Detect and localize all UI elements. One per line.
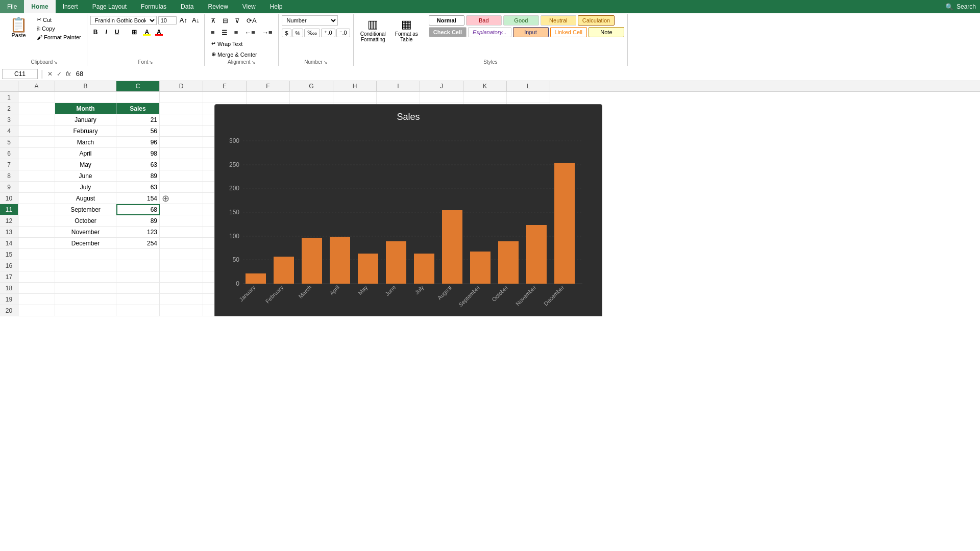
percent-style-button[interactable]: $ xyxy=(282,29,291,37)
tab-file[interactable]: File xyxy=(0,0,24,13)
format-as-table-button[interactable]: ▦ Format as Table xyxy=(391,15,422,45)
cell-d1[interactable] xyxy=(160,92,203,103)
tab-home[interactable]: Home xyxy=(24,0,55,13)
underline-button[interactable]: U xyxy=(112,28,122,37)
cell-b8[interactable]: June xyxy=(55,170,116,182)
cell-a6[interactable] xyxy=(18,148,55,159)
row-header-5[interactable]: 5 xyxy=(0,137,18,148)
cell-d10[interactable]: ⊕ xyxy=(160,193,203,204)
cell-a13[interactable] xyxy=(18,227,55,238)
cell-d11[interactable] xyxy=(160,204,203,215)
decrease-decimal-button[interactable]: ⁻.0 xyxy=(336,29,350,37)
align-bottom-button[interactable]: ⊽ xyxy=(232,15,243,26)
col-header-d[interactable]: D xyxy=(160,81,203,91)
copy-button[interactable]: ⎘ Copy xyxy=(34,24,84,33)
cell-a9[interactable] xyxy=(18,182,55,193)
cell-b1[interactable] xyxy=(55,92,116,103)
cell-b2[interactable]: Month xyxy=(55,103,116,114)
cell-c10[interactable]: 154 xyxy=(116,193,160,204)
search-box[interactable]: Search xyxy=(957,3,976,10)
paste-button[interactable]: 📋 Paste xyxy=(5,15,32,41)
cell-a5[interactable] xyxy=(18,137,55,148)
row-header-10[interactable]: 10 xyxy=(0,193,18,204)
align-left-button[interactable]: ≡ xyxy=(208,27,218,38)
cell-a8[interactable] xyxy=(18,170,55,182)
cell-c8[interactable]: 89 xyxy=(116,170,160,182)
cell-c5[interactable]: 96 xyxy=(116,137,160,148)
align-right-button[interactable]: ≡ xyxy=(231,27,241,38)
cell-a2[interactable] xyxy=(18,103,55,114)
cancel-icon[interactable]: ✕ xyxy=(46,69,54,79)
comma-style-button[interactable]: % xyxy=(292,29,304,37)
col-header-a[interactable]: A xyxy=(18,81,55,91)
cell-d3[interactable] xyxy=(160,114,203,126)
orientation-button[interactable]: ⟳A xyxy=(243,15,260,26)
clipboard-expand-icon[interactable]: ↘ xyxy=(54,60,58,65)
cell-d4[interactable] xyxy=(160,126,203,137)
fill-color-button[interactable]: A xyxy=(141,28,152,37)
number-format-select[interactable]: Number xyxy=(282,15,338,26)
tab-review[interactable]: Review xyxy=(201,0,235,13)
tab-formulas[interactable]: Formulas xyxy=(134,0,174,13)
name-box[interactable]: C11 xyxy=(2,69,38,79)
merge-center-button[interactable]: ⊕ Merge & Center xyxy=(208,49,261,59)
cell-a4[interactable] xyxy=(18,126,55,137)
row-header-1[interactable]: 1 xyxy=(0,92,18,103)
style-linked-cell[interactable]: Linked Cell xyxy=(550,27,587,37)
align-middle-button[interactable]: ⊟ xyxy=(219,15,231,26)
style-normal[interactable]: Normal xyxy=(429,15,464,26)
col-header-j[interactable]: J xyxy=(420,81,463,91)
cell-b7[interactable]: May xyxy=(55,159,116,170)
row-header-15[interactable]: 15 xyxy=(0,249,18,260)
cut-button[interactable]: ✂ Cut xyxy=(34,15,84,24)
col-header-b[interactable]: B xyxy=(55,81,116,91)
font-color-button[interactable]: A xyxy=(154,28,164,37)
style-calculation[interactable]: Calculation xyxy=(578,15,615,26)
borders-button[interactable]: ⊞ xyxy=(129,28,140,37)
cell-a12[interactable] xyxy=(18,215,55,227)
cell-a10[interactable] xyxy=(18,193,55,204)
formula-input[interactable]: 68 xyxy=(74,69,978,79)
cell-c6[interactable]: 98 xyxy=(116,148,160,159)
cell-d13[interactable] xyxy=(160,227,203,238)
cell-b10[interactable]: August xyxy=(55,193,116,204)
cell-c9[interactable]: 63 xyxy=(116,182,160,193)
number-expand-icon[interactable]: ↘ xyxy=(324,60,328,65)
row-header-16[interactable]: 16 xyxy=(0,260,18,271)
col-header-i[interactable]: I xyxy=(377,81,420,91)
col-header-f[interactable]: F xyxy=(247,81,290,91)
cell-c3[interactable]: 21 xyxy=(116,114,160,126)
tab-help[interactable]: Help xyxy=(263,0,290,13)
cell-a7[interactable] xyxy=(18,159,55,170)
tab-insert[interactable]: Insert xyxy=(56,0,85,13)
currency-button[interactable]: ‱ xyxy=(304,29,320,37)
confirm-icon[interactable]: ✓ xyxy=(56,69,63,79)
col-header-k[interactable]: K xyxy=(463,81,507,91)
cell-h1[interactable] xyxy=(333,92,377,103)
cell-l1[interactable] xyxy=(507,92,550,103)
font-grow-button[interactable]: A↑ xyxy=(178,15,189,25)
cell-a3[interactable] xyxy=(18,114,55,126)
cell-c12[interactable]: 89 xyxy=(116,215,160,227)
increase-indent-button[interactable]: →≡ xyxy=(259,27,276,38)
decrease-indent-button[interactable]: ←≡ xyxy=(241,27,258,38)
cell-b4[interactable]: February xyxy=(55,126,116,137)
font-name-select[interactable]: Franklin Gothic Book xyxy=(90,16,157,25)
cell-c13[interactable]: 123 xyxy=(116,227,160,238)
style-check-cell[interactable]: Check Cell xyxy=(429,27,467,37)
cell-c1[interactable] xyxy=(116,92,160,103)
tab-view[interactable]: View xyxy=(235,0,263,13)
conditional-formatting-button[interactable]: ▥ Conditional Formatting xyxy=(357,15,389,45)
align-top-button[interactable]: ⊼ xyxy=(208,15,219,26)
chart-container[interactable]: Sales 0 50 100 150 xyxy=(214,104,602,316)
font-expand-icon[interactable]: ↘ xyxy=(149,60,153,65)
row-header-8[interactable]: 8 xyxy=(0,170,18,182)
cell-b3[interactable]: January xyxy=(55,114,116,126)
cell-a11[interactable] xyxy=(18,204,55,215)
cell-d5[interactable] xyxy=(160,137,203,148)
cell-i1[interactable] xyxy=(377,92,420,103)
style-bad[interactable]: Bad xyxy=(466,15,502,26)
corner-cell[interactable] xyxy=(0,81,18,91)
cell-e1[interactable] xyxy=(203,92,247,103)
cell-d8[interactable] xyxy=(160,170,203,182)
